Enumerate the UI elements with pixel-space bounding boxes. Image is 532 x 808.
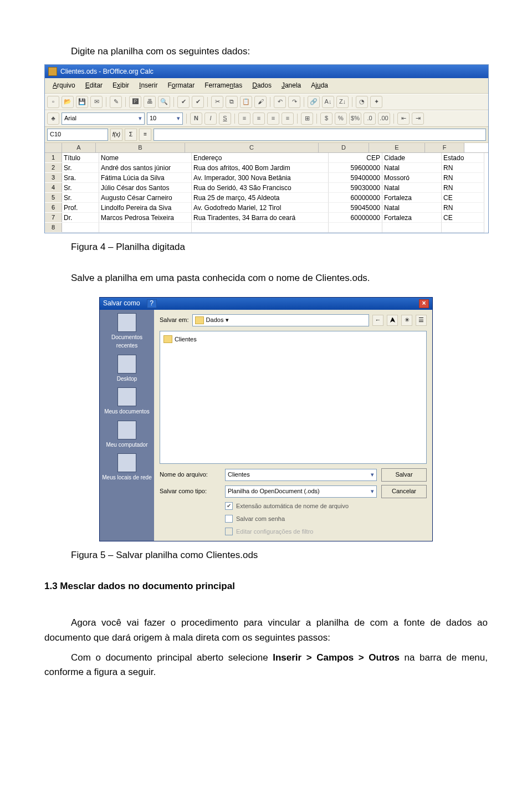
views-icon[interactable]: ☰	[416, 315, 427, 326]
cell[interactable]: Sr.	[62, 183, 99, 193]
cell[interactable]: Sra.	[62, 173, 99, 183]
align-center-icon[interactable]: ≡	[253, 112, 265, 125]
cell[interactable]: 59600000	[329, 163, 382, 173]
currency-icon[interactable]: $	[320, 112, 332, 125]
chk-autoext[interactable]: Extensão automática de nome de arquivo	[225, 502, 427, 511]
cell[interactable]: RN	[442, 163, 484, 173]
open-icon[interactable]: 📂	[62, 96, 74, 108]
cell[interactable]: CEP	[329, 153, 382, 163]
cell[interactable]: Júlio César dos Santos	[99, 183, 192, 193]
row-header[interactable]: 5	[45, 193, 62, 202]
fx-icon[interactable]: f(x)	[110, 129, 122, 141]
cell[interactable]: Marcos Pedrosa Teixeira	[99, 213, 192, 223]
mail-icon[interactable]: ✉	[90, 96, 103, 108]
underline-icon[interactable]: S	[219, 112, 231, 125]
cell[interactable]: Mossoró	[382, 173, 442, 183]
cell[interactable]: CE	[442, 213, 484, 223]
print-icon[interactable]: 🖶	[144, 96, 156, 108]
place-network[interactable]: Meus locais de rede	[102, 453, 152, 482]
sort-asc-icon[interactable]: A↓	[322, 96, 334, 108]
chart-icon[interactable]: ◔	[356, 96, 368, 108]
col-b[interactable]: B	[96, 143, 185, 152]
spellcheck-icon[interactable]: ✔	[177, 96, 190, 108]
place-desktop[interactable]: Desktop	[102, 355, 152, 383]
cut-icon[interactable]: ✂	[211, 96, 223, 108]
menu-janela[interactable]: Janela	[277, 79, 305, 92]
place-mydocs[interactable]: Meus documentos	[102, 387, 152, 416]
align-right-icon[interactable]: ≡	[267, 112, 279, 125]
filetype-input[interactable]: Planilha do OpenDocument (.ods)▾	[225, 485, 377, 498]
cell[interactable]: CE	[442, 193, 484, 203]
cell[interactable]: RN	[442, 173, 484, 183]
row-header[interactable]: 3	[45, 173, 62, 182]
chk-password[interactable]: Salvar com senha	[225, 514, 427, 524]
cell[interactable]: Sr.	[62, 163, 99, 173]
link-icon[interactable]: 🔗	[308, 96, 320, 108]
col-f[interactable]: F	[425, 143, 464, 152]
preview-icon[interactable]: 🔍	[158, 96, 170, 108]
cell[interactable]: 59400000	[329, 173, 382, 183]
row-header[interactable]: 2	[45, 163, 62, 172]
cell[interactable]: Natal	[382, 203, 442, 213]
place-docs[interactable]: Documentos recentes	[102, 313, 152, 350]
row-header[interactable]: 6	[45, 203, 62, 212]
cell[interactable]: 60000000	[329, 193, 382, 203]
name-box[interactable]: C10	[47, 129, 108, 141]
copy-icon[interactable]: ⧉	[226, 96, 238, 108]
align-left-icon[interactable]: ≡	[238, 112, 250, 125]
help-icon[interactable]: ?	[147, 299, 157, 308]
brush-icon[interactable]: 🖌	[254, 96, 267, 108]
pdf-icon[interactable]: 🅿	[129, 96, 141, 108]
cell[interactable]: Rua dos afritos, 400 Bom Jardim	[192, 163, 329, 173]
cell[interactable]: Sr.	[62, 193, 99, 203]
filename-input[interactable]: Clientes▾	[225, 469, 377, 481]
cell[interactable]: Av. Godofredo Mariel, 12 Tirol	[192, 203, 329, 213]
col-d[interactable]: D	[319, 143, 369, 152]
cell[interactable]: Augusto César Carneiro	[99, 193, 192, 203]
nav-icon[interactable]: ✦	[370, 96, 382, 108]
up-icon[interactable]: ⮝	[387, 315, 398, 326]
save-icon[interactable]: 💾	[76, 96, 88, 108]
fontsize-combo[interactable]: 10▾	[147, 112, 183, 125]
remove-decimal-icon[interactable]: .00	[378, 112, 390, 125]
save-button[interactable]: Salvar	[381, 468, 427, 482]
add-decimal-icon[interactable]: .0	[364, 112, 376, 125]
new-icon[interactable]: ▫	[47, 96, 59, 108]
menu-inserir[interactable]: Inserir	[135, 79, 162, 92]
cell[interactable]: André dos santos júnior	[99, 163, 192, 173]
align-justify-icon[interactable]: ≡	[282, 112, 294, 125]
cell[interactable]: Av. Imperador, 300 Nova Betânia	[192, 173, 329, 183]
col-a[interactable]: A	[62, 143, 96, 152]
cell[interactable]: Fortaleza	[382, 193, 442, 203]
col-c[interactable]: C	[185, 143, 319, 152]
cell[interactable]: RN	[442, 203, 484, 213]
cell[interactable]: Natal	[382, 183, 442, 193]
row-header[interactable]: 4	[45, 183, 62, 192]
cell[interactable]: Nome	[99, 153, 192, 163]
place-mycomputer[interactable]: Meu computador	[102, 421, 152, 449]
font-combo[interactable]: Arial▾	[62, 112, 145, 125]
cell[interactable]: Endereço	[192, 153, 329, 163]
row-header[interactable]: 8	[45, 223, 62, 232]
col-e[interactable]: E	[369, 143, 425, 152]
newfolder-icon[interactable]: ✳	[401, 315, 412, 326]
percent-icon[interactable]: %	[335, 112, 347, 125]
merge-icon[interactable]: ⊞	[301, 112, 313, 125]
calc-sheet[interactable]: A B C D E F 1TítuloNomeEndereçoCEPCidade…	[45, 143, 488, 233]
cell[interactable]: RN	[442, 183, 484, 193]
cell[interactable]: Fortaleza	[382, 213, 442, 223]
number-icon[interactable]: $%	[349, 112, 361, 125]
sort-desc-icon[interactable]: Z↓	[336, 96, 349, 108]
cell[interactable]: Dr.	[62, 213, 99, 223]
sum-icon[interactable]: Σ	[125, 129, 137, 141]
menu-formatar[interactable]: Formatar	[163, 79, 199, 92]
menu-ajuda[interactable]: Ajuda	[306, 79, 332, 92]
dec-indent-icon[interactable]: ⇤	[397, 112, 410, 125]
redo-icon[interactable]: ↷	[288, 96, 300, 108]
styles-icon[interactable]: ♣	[47, 112, 59, 125]
cell[interactable]: Título	[62, 153, 99, 163]
cell[interactable]: Estado	[442, 153, 484, 163]
calc-menubar[interactable]: Arquivo Editar Exibir Inserir Formatar F…	[45, 78, 488, 94]
equals-icon[interactable]: =	[139, 129, 151, 141]
bold-icon[interactable]: N	[190, 112, 202, 125]
